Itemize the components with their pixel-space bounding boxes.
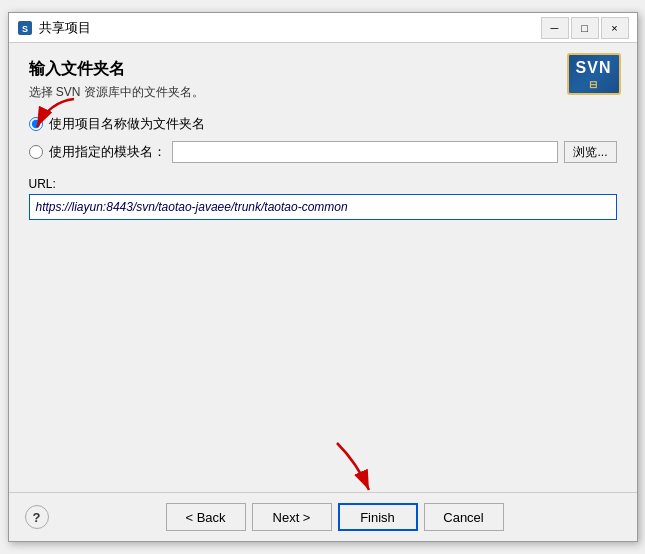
minimize-button[interactable]: ─ — [541, 17, 569, 39]
close-button[interactable]: × — [601, 17, 629, 39]
form-section: 使用项目名称做为文件夹名 使用指定的模块名： 浏览... URL: https:… — [29, 115, 617, 220]
radio-use-module-name[interactable] — [29, 145, 43, 159]
back-button[interactable]: < Back — [166, 503, 246, 531]
window-controls: ─ □ × — [541, 17, 629, 39]
next-button[interactable]: Next > — [252, 503, 332, 531]
radio-row-1: 使用项目名称做为文件夹名 — [29, 115, 617, 133]
svn-logo-text: SVN — [576, 59, 612, 77]
dialog-window: S 共享项目 ─ □ × SVN ⊟ 输入文件夹名 选择 SVN 资源库中的文件… — [8, 12, 638, 542]
url-label: URL: — [29, 177, 617, 191]
url-section: URL: https://liayun:8443/svn/taotao-java… — [29, 177, 617, 220]
spacer — [29, 220, 617, 482]
maximize-button[interactable]: □ — [571, 17, 599, 39]
page-title: 输入文件夹名 — [29, 59, 617, 80]
window-title: 共享项目 — [39, 19, 541, 37]
radio-label-2: 使用指定的模块名： — [49, 143, 166, 161]
radio-row-2: 使用指定的模块名： 浏览... — [29, 141, 617, 163]
red-arrow-svg — [19, 97, 99, 137]
dialog-content: SVN ⊟ 输入文件夹名 选择 SVN 资源库中的文件夹名。 使 — [9, 43, 637, 492]
footer-buttons: < Back Next > Finish Cancel — [49, 503, 621, 531]
module-name-input[interactable] — [172, 141, 559, 163]
finish-button[interactable]: Finish — [338, 503, 418, 531]
browse-button[interactable]: 浏览... — [564, 141, 616, 163]
cancel-button[interactable]: Cancel — [424, 503, 504, 531]
dialog-footer: ? < Back Next > Finish Cancel — [9, 492, 637, 541]
title-bar: S 共享项目 ─ □ × — [9, 13, 637, 43]
window-icon: S — [17, 20, 33, 36]
help-button[interactable]: ? — [25, 505, 49, 529]
svn-logo: SVN ⊟ — [567, 53, 621, 95]
page-subtitle: 选择 SVN 资源库中的文件夹名。 — [29, 84, 617, 101]
url-display: https://liayun:8443/svn/taotao-javaee/tr… — [29, 194, 617, 220]
svg-text:S: S — [21, 24, 27, 34]
